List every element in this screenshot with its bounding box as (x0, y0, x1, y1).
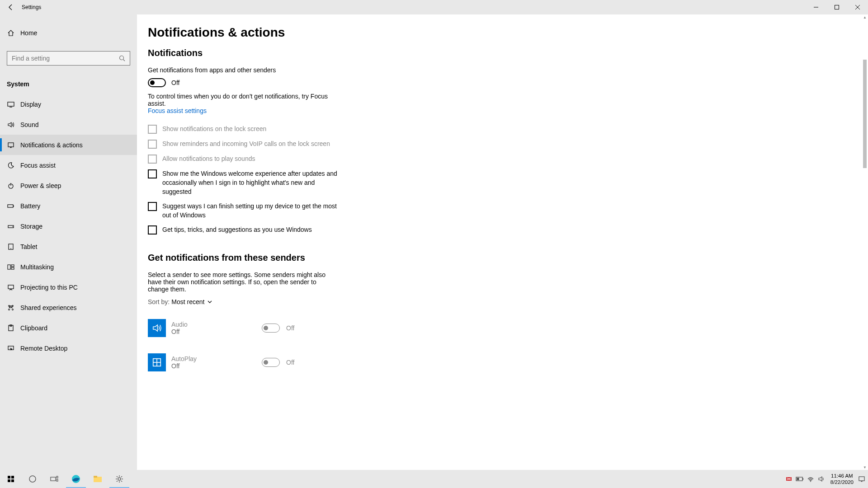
content-area: Notifications & actions Notifications Ge… (137, 14, 868, 470)
tray-battery-icon[interactable] (794, 470, 805, 488)
svg-line-46 (121, 481, 122, 482)
taskbar-file-explorer[interactable] (87, 470, 108, 488)
nav-label: Display (20, 101, 41, 108)
svg-rect-1 (835, 5, 839, 9)
checkbox[interactable] (148, 169, 157, 178)
sender-name: AutoPlay (171, 355, 262, 362)
minimize-button[interactable] (806, 0, 826, 14)
svg-line-3 (123, 60, 125, 61)
tray-volume-icon[interactable] (816, 470, 827, 488)
nav-remote-desktop[interactable]: Remote Desktop (0, 338, 137, 358)
tray-wifi-icon[interactable] (805, 470, 816, 488)
check-label: Show reminders and incoming VoIP calls o… (162, 139, 330, 148)
svg-rect-31 (8, 479, 10, 482)
back-button[interactable] (0, 0, 22, 14)
focus-assist-link[interactable]: Focus assist settings (148, 107, 868, 114)
sort-by-dropdown[interactable]: Sort by: Most recent (148, 298, 868, 305)
svg-rect-17 (11, 267, 14, 269)
nav-clipboard[interactable]: Clipboard (0, 318, 137, 338)
nav-sound[interactable]: Sound (0, 114, 137, 135)
notifications-toggle[interactable] (148, 78, 166, 87)
check-tips-tricks[interactable]: Get tips, tricks, and suggestions as you… (148, 225, 338, 235)
nav-label: Power & sleep (20, 182, 61, 189)
maximize-button[interactable] (826, 0, 847, 14)
nav-tablet[interactable]: Tablet (0, 236, 137, 257)
sort-value: Most recent (171, 298, 204, 305)
check-label: Allow notifications to play sounds (162, 154, 255, 163)
focus-assist-hint: To control times when you do or don't ge… (148, 93, 338, 107)
check-label: Suggest ways I can finish setting up my … (162, 202, 338, 220)
nav-battery[interactable]: Battery (0, 196, 137, 216)
sender-name: Audio (171, 321, 262, 328)
taskbar-settings[interactable] (108, 470, 130, 488)
nav-label: Storage (20, 223, 42, 230)
svg-point-12 (12, 226, 13, 227)
chevron-down-icon (207, 299, 212, 305)
checkbox[interactable] (148, 225, 157, 235)
home-icon (7, 29, 15, 37)
svg-rect-4 (8, 102, 14, 106)
task-view-button[interactable] (43, 470, 65, 488)
svg-rect-52 (797, 478, 799, 480)
projecting-icon (7, 283, 15, 291)
nav-section-system: System (0, 74, 137, 94)
page-title: Notifications & actions (148, 25, 868, 40)
notifications-toggle-state: Off (171, 79, 179, 86)
taskbar-edge[interactable] (65, 470, 87, 488)
scroll-up-icon[interactable]: ▲ (863, 15, 867, 19)
search-field[interactable] (12, 55, 119, 62)
nav-shared-experiences[interactable]: Shared experiences (0, 297, 137, 318)
sender-autoplay[interactable]: AutoPlay Off Off (148, 348, 868, 377)
nav-projecting[interactable]: Projecting to this PC (0, 277, 137, 297)
tray-security-icon[interactable] (783, 470, 794, 488)
svg-point-2 (120, 56, 124, 60)
tray-date: 8/22/2020 (830, 479, 854, 485)
svg-rect-15 (8, 265, 10, 269)
sender-autoplay-toggle[interactable] (262, 358, 280, 367)
tray-clock[interactable]: 11:46 AM 8/22/2020 (827, 473, 857, 485)
svg-rect-9 (8, 205, 13, 207)
check-label: Show me the Windows welcome experience a… (162, 169, 338, 196)
sender-status: Off (171, 362, 262, 370)
check-label: Get tips, tricks, and suggestions as you… (162, 225, 312, 234)
nav-storage[interactable]: Storage (0, 216, 137, 236)
nav-home[interactable]: Home (0, 23, 137, 43)
nav-display[interactable]: Display (0, 94, 137, 114)
moon-icon (7, 161, 15, 169)
scroll-down-icon[interactable]: ▼ (863, 465, 867, 469)
nav-label: Clipboard (20, 324, 47, 332)
sender-audio-toggle[interactable] (262, 324, 280, 333)
nav-label: Multitasking (20, 263, 54, 271)
svg-rect-32 (11, 479, 14, 482)
start-button[interactable] (0, 470, 22, 488)
nav-label: Remote Desktop (20, 345, 67, 352)
scrollbar-thumb[interactable] (863, 60, 867, 168)
notifications-icon (7, 141, 15, 149)
check-lockscreen-notifications: Show notifications on the lock screen (148, 124, 338, 134)
section-senders: Get notifications from these senders (148, 253, 868, 263)
check-welcome-experience[interactable]: Show me the Windows welcome experience a… (148, 169, 338, 196)
svg-line-48 (121, 476, 122, 477)
nav-multitasking[interactable]: Multitasking (0, 257, 137, 277)
nav-label: Focus assist (20, 162, 56, 169)
shared-icon (7, 304, 15, 312)
check-finish-setup[interactable]: Suggest ways I can finish setting up my … (148, 202, 338, 220)
taskbar: 11:46 AM 8/22/2020 (0, 470, 868, 488)
get-notifications-label: Get notifications from apps and other se… (148, 66, 338, 74)
checkbox (148, 155, 157, 164)
nav-focus-assist[interactable]: Focus assist (0, 155, 137, 175)
nav-label: Shared experiences (20, 304, 77, 311)
nav-label: Projecting to this PC (20, 284, 78, 291)
nav-power-sleep[interactable]: Power & sleep (0, 175, 137, 196)
checkbox[interactable] (148, 202, 157, 211)
scrollbar[interactable]: ▲ ▼ (861, 14, 868, 470)
cortana-button[interactable] (22, 470, 43, 488)
autoplay-icon (148, 353, 166, 371)
close-button[interactable] (847, 0, 868, 14)
checkbox (148, 140, 157, 149)
tray-action-center-icon[interactable] (857, 470, 866, 488)
search-input[interactable] (7, 51, 130, 66)
sender-audio[interactable]: Audio Off Off (148, 314, 868, 343)
nav-notifications[interactable]: Notifications & actions (0, 135, 137, 155)
titlebar: Settings (0, 0, 868, 14)
